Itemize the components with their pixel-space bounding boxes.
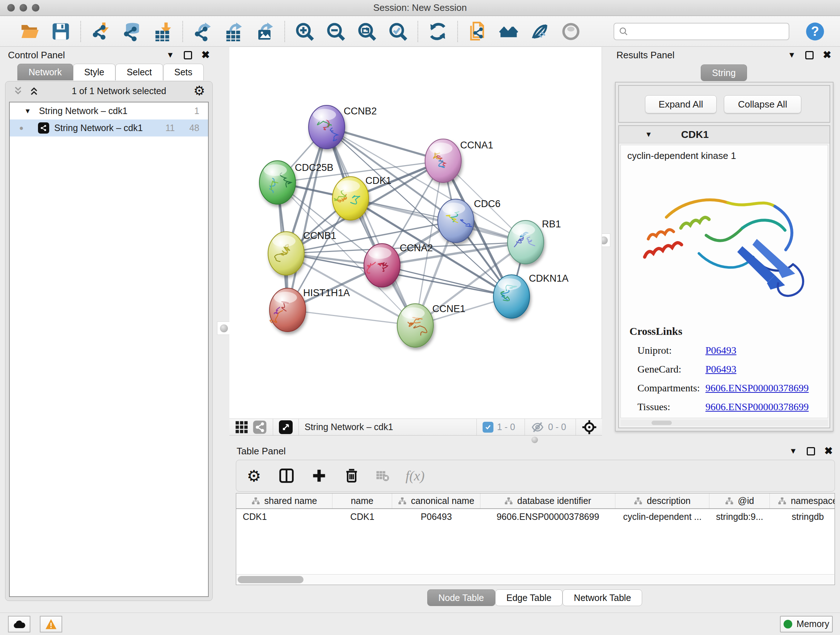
memory-button[interactable]: Memory [780, 616, 833, 632]
eye-icon[interactable] [561, 21, 581, 42]
table-cell[interactable]: 9606.ENSP00000378699 [480, 511, 615, 522]
cloud-button[interactable] [8, 616, 30, 632]
table-cell[interactable]: CDK1 [332, 511, 392, 522]
collection-expander-icon[interactable]: ▼ [24, 107, 31, 115]
control-panel-close-icon[interactable]: ✖ [202, 50, 210, 60]
table-tab-node-table[interactable]: Node Table [427, 589, 495, 606]
results-panel-menu-icon[interactable]: ▼ [788, 51, 796, 59]
column-header-canonical-name[interactable]: canonical name [392, 494, 480, 508]
import-network-database-icon[interactable] [122, 21, 142, 42]
zoom-in-icon[interactable] [294, 21, 315, 42]
control-tab-select[interactable]: Select [115, 64, 163, 80]
crosslink-link[interactable]: 9606.ENSP00000378699 [706, 382, 808, 394]
help-button[interactable]: ? [805, 22, 825, 41]
expand-all-button[interactable]: Expand All [645, 95, 717, 113]
crosslinks-title: CrossLinks [630, 325, 828, 337]
import-network-file-icon[interactable] [90, 21, 111, 42]
create-column-plus-icon[interactable] [311, 467, 327, 484]
table-hscrollbar-track[interactable] [236, 574, 835, 585]
selected-nodes-checkbox-icon[interactable] [483, 422, 493, 432]
network-edge-count: 48 [189, 123, 199, 133]
table-hscrollbar-thumb[interactable] [238, 576, 303, 583]
table-panel-close-icon[interactable]: ✖ [824, 446, 833, 456]
table-panel-float-icon[interactable] [807, 447, 815, 455]
table-cell[interactable]: P06493 [392, 511, 480, 522]
left-splitter-handle[interactable] [217, 321, 231, 335]
network-collection-row[interactable]: ▼ String Network – cdk1 1 [10, 103, 208, 119]
fit-content-crosshair-icon[interactable] [582, 420, 597, 435]
status-bar: Memory [0, 613, 840, 635]
column-header-description[interactable]: description [615, 494, 709, 508]
crosslink-link[interactable]: P06493 [706, 363, 737, 375]
network-row[interactable]: ● String Network – cdk1 11 48 [10, 119, 208, 136]
export-image-file-icon[interactable] [255, 21, 275, 42]
network-tree: ▼ String Network – cdk1 1 ● String Netwo… [9, 102, 209, 597]
node-table[interactable]: shared namenamecanonical namedatabase id… [236, 493, 835, 574]
delete-column-trash-icon[interactable] [343, 467, 360, 484]
table-cell[interactable]: stringdb:9... [709, 511, 770, 522]
node-label-CCNB2: CCNB2 [344, 106, 377, 117]
results-scrollbar-track[interactable] [621, 420, 828, 426]
show-columns-icon[interactable] [278, 467, 295, 484]
crosslink-link[interactable]: 9606.ENSP00000378699 [706, 401, 808, 413]
control-tab-network[interactable]: Network [17, 64, 73, 80]
column-header--id[interactable]: @id [709, 494, 770, 508]
zoom-out-icon[interactable] [325, 21, 346, 42]
network-node-HIST1H1A[interactable]: HIST1H1A [270, 287, 350, 332]
search-homes-icon[interactable] [499, 21, 519, 42]
table-tab-network-table[interactable]: Network Table [562, 589, 642, 606]
network-options-gear-icon[interactable]: ⚙ [194, 83, 205, 98]
save-session-icon[interactable] [51, 21, 71, 42]
column-header-name[interactable]: name [332, 494, 392, 508]
export-table-file-icon[interactable] [224, 21, 244, 42]
results-scrollbar-thumb[interactable] [652, 421, 672, 425]
open-session-icon[interactable] [19, 21, 40, 42]
refresh-icon[interactable] [428, 21, 448, 42]
warnings-button[interactable] [40, 616, 62, 632]
results-entry-header[interactable]: ▼ CDK1 [619, 126, 829, 143]
network-node-CCNE1[interactable]: CCNE1 [397, 303, 466, 347]
network-node-CDC6[interactable]: CDC6 [438, 198, 501, 242]
results-tab-string[interactable]: String [701, 65, 747, 81]
search-input[interactable] [629, 27, 781, 36]
table-row[interactable]: CDK1CDK1P064939606.ENSP00000378699cyclin… [236, 509, 835, 524]
table-tab-edge-table[interactable]: Edge Table [495, 589, 563, 606]
zoom-fit-icon[interactable] [357, 21, 377, 42]
column-header-database-identifier[interactable]: database identifier [480, 494, 615, 508]
results-panel-close-icon[interactable]: ✖ [823, 50, 831, 60]
crosslink-link[interactable]: P06493 [706, 345, 737, 356]
hide-panels-icon[interactable] [530, 21, 550, 42]
grid-view-icon[interactable] [234, 420, 249, 434]
protein-structure-image [623, 163, 826, 318]
zoom-selected-icon[interactable] [388, 21, 408, 42]
export-network-file-icon[interactable] [193, 21, 213, 42]
control-tab-sets[interactable]: Sets [163, 64, 204, 80]
control-panel-float-icon[interactable] [184, 51, 192, 59]
cloud-icon [13, 619, 26, 629]
network-view-canvas[interactable]: CCNB2CCNA1CDC25BCDK1CDC6RB1CCNB1CCNA2CDK… [229, 47, 602, 418]
window-title: Session: New Session [0, 2, 840, 13]
column-header-shared-name[interactable]: shared name [236, 494, 332, 508]
network-view-mode-icon[interactable] [253, 420, 267, 434]
control-panel-menu-icon[interactable]: ▼ [166, 51, 174, 59]
table-panel-splitter[interactable] [229, 436, 840, 444]
import-file-share-icon[interactable] [467, 21, 488, 42]
collapse-all-tree-icon[interactable] [28, 86, 39, 96]
table-options-gear-icon[interactable]: ⚙ [246, 467, 262, 484]
column-header-namespace[interactable]: namespace [770, 494, 835, 508]
network-node-CDKN1A[interactable]: CDKN1A [493, 273, 569, 318]
control-tab-style[interactable]: Style [73, 64, 116, 80]
collapse-all-button[interactable]: Collapse All [724, 95, 801, 113]
entry-collapse-icon[interactable]: ▼ [645, 130, 652, 139]
import-table-file-icon[interactable] [153, 21, 173, 42]
table-cell[interactable]: stringdb [770, 511, 835, 522]
expand-all-tree-icon[interactable] [13, 86, 24, 96]
birdseye-view-icon[interactable] [279, 420, 293, 434]
table-cell[interactable]: cyclin-dependent ... [615, 511, 709, 522]
selected-node-edge-counts: 1 - 0 [497, 422, 515, 432]
table-cell[interactable]: CDK1 [236, 511, 332, 522]
results-panel-float-icon[interactable] [805, 51, 813, 59]
network-node-RB1[interactable]: RB1 [508, 219, 561, 264]
table-panel-menu-icon[interactable]: ▼ [789, 447, 797, 455]
search-field[interactable] [614, 23, 789, 40]
